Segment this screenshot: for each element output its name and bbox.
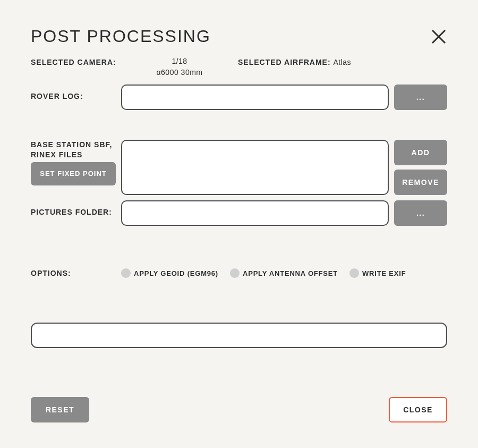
progress-row — [31, 323, 447, 348]
dialog-footer: RESET CLOSE — [31, 397, 447, 422]
rover-log-label: ROVER LOG: — [31, 84, 116, 100]
radio-dot-icon — [121, 268, 131, 278]
rover-log-input[interactable] — [121, 84, 389, 110]
selected-airframe-value: Atlas — [333, 58, 351, 66]
reset-button[interactable]: RESET — [31, 397, 89, 422]
rover-log-row: ROVER LOG: ... — [31, 84, 447, 110]
pictures-folder-input[interactable] — [121, 200, 389, 226]
selected-airframe: SELECTED AIRFRAME: Atlas — [238, 56, 447, 66]
pictures-folder-browse-button[interactable]: ... — [394, 200, 447, 226]
close-icon[interactable] — [430, 28, 447, 45]
base-station-files-list[interactable] — [121, 140, 389, 195]
post-processing-dialog: POST PROCESSING SELECTED CAMERA: 1/18 α6… — [0, 0, 478, 448]
write-exif-label: WRITE EXIF — [362, 269, 406, 277]
base-station-row: BASE STATION SBF, RINEX FILES SET FIXED … — [31, 140, 447, 195]
apply-geoid-label: APPLY GEOID (EGM96) — [134, 269, 218, 277]
add-button[interactable]: ADD — [394, 140, 447, 165]
options-label: OPTIONS: — [31, 269, 121, 277]
radio-dot-icon — [349, 268, 359, 278]
dialog-header: POST PROCESSING — [31, 27, 447, 46]
dialog-title: POST PROCESSING — [31, 27, 211, 46]
apply-antenna-offset-label: APPLY ANTENNA OFFSET — [243, 269, 338, 277]
set-fixed-point-button[interactable]: SET FIXED POINT — [31, 162, 116, 185]
pictures-folder-label: PICTURES FOLDER: — [31, 200, 116, 216]
apply-geoid-option[interactable]: APPLY GEOID (EGM96) — [121, 268, 218, 278]
write-exif-option[interactable]: WRITE EXIF — [349, 268, 406, 278]
camera-index: 1/18 — [121, 56, 238, 67]
selection-info-row: SELECTED CAMERA: 1/18 α6000 30mm SELECTE… — [31, 56, 447, 78]
selected-airframe-label: SELECTED AIRFRAME: — [238, 58, 331, 66]
base-station-right-col: ADD REMOVE — [394, 140, 447, 195]
base-station-left-col: BASE STATION SBF, RINEX FILES SET FIXED … — [31, 140, 116, 185]
pictures-folder-row: PICTURES FOLDER: ... — [31, 200, 447, 226]
camera-name: α6000 30mm — [121, 67, 238, 78]
base-station-label: BASE STATION SBF, RINEX FILES — [31, 140, 116, 160]
apply-antenna-offset-option[interactable]: APPLY ANTENNA OFFSET — [230, 268, 338, 278]
progress-bar — [31, 323, 447, 348]
selected-camera-label: SELECTED CAMERA: — [31, 56, 121, 66]
close-button[interactable]: CLOSE — [389, 397, 447, 422]
selected-camera-value: 1/18 α6000 30mm — [121, 56, 238, 78]
options-row: OPTIONS: APPLY GEOID (EGM96) APPLY ANTEN… — [31, 268, 447, 278]
rover-log-browse-button[interactable]: ... — [394, 84, 447, 110]
radio-dot-icon — [230, 268, 240, 278]
remove-button[interactable]: REMOVE — [394, 170, 447, 195]
